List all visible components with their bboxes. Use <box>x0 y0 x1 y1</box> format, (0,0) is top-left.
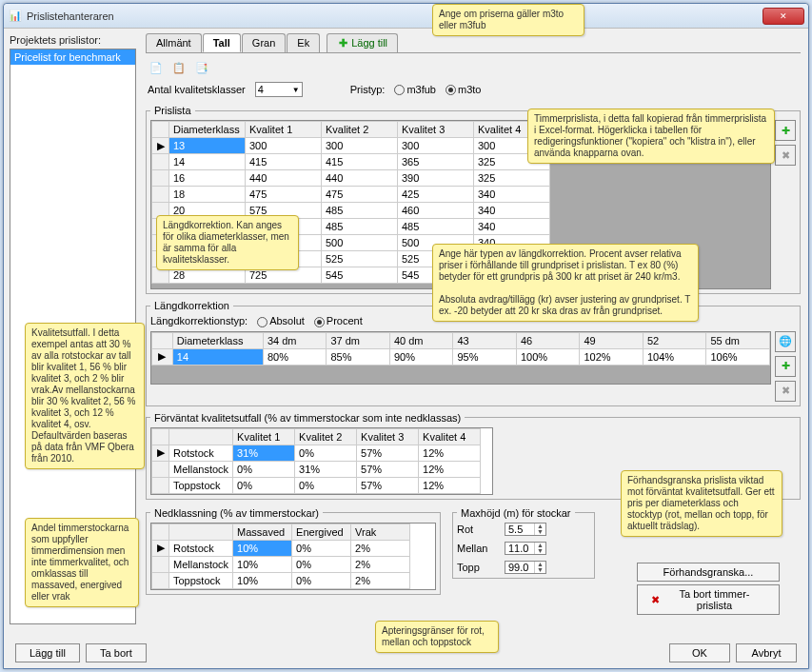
delete-pricelist-button[interactable]: Ta bort <box>86 643 147 662</box>
table-row[interactable]: ▶1480%85%90%95%100%102%104%106% <box>152 348 770 365</box>
list-icon[interactable]: 📑 <box>193 59 210 76</box>
table-row[interactable]: Toppstock10%0%2% <box>152 572 410 588</box>
pristyp-m3to-radio[interactable]: m3to <box>446 84 481 96</box>
rot-label: Rot <box>457 524 505 535</box>
note-langd: Längdkorrektion. Kan anges för olika dia… <box>156 215 299 270</box>
paste-icon[interactable]: 📋 <box>170 59 188 76</box>
table-row[interactable]: Mellanstock10%0%2% <box>152 556 410 572</box>
langd-legend: Längdkorrektion <box>150 300 233 311</box>
nedklass-legend: Nedklassning (% av timmerstockar) <box>150 507 323 519</box>
table-row[interactable]: Mellanstock0%31%57%12% <box>152 461 481 477</box>
langd-procent-radio[interactable]: Procent <box>314 315 363 327</box>
close-button[interactable]: ✕ <box>762 8 804 25</box>
quality-classes-label: Antal kvalitetsklasser <box>148 84 246 95</box>
tab-tall[interactable]: Tall <box>203 33 241 52</box>
nedklassning-group: Nedklassning (% av timmerstockar) Massav… <box>146 507 441 595</box>
note-prislista: Timmerprislista, i detta fall kopierad f… <box>527 109 775 164</box>
mellan-label: Mellan <box>457 543 505 554</box>
remove-pricelist-button[interactable]: ✖Ta bort timmer-prislista <box>637 584 780 615</box>
langd-add-button[interactable]: ✚ <box>775 356 796 377</box>
delete-row-button[interactable]: ✖ <box>775 145 796 166</box>
mellan-spinner[interactable]: 11.0▲▼ <box>505 542 546 555</box>
copy-icon[interactable]: 📄 <box>148 59 165 76</box>
prislista-legend: Prislista <box>150 105 195 116</box>
maxh-legend: Maxhöjd (m) för stockar <box>457 507 575 519</box>
note-kvalutfall: Kvalitetsutfall. I detta exempel antas a… <box>25 323 145 469</box>
window-title: Prislistehanteraren <box>27 10 762 22</box>
cancel-button[interactable]: Avbryt <box>736 643 797 662</box>
note-pristyp: Ange om priserna gäller m3to eller m3fub <box>432 4 584 36</box>
note-aptering: Apteringsgränser för rot, mellan och top… <box>375 621 499 653</box>
ok-button[interactable]: OK <box>669 643 730 662</box>
note-langdtyp: Ange här typen av längdkorrektion. Proce… <box>432 244 699 322</box>
langd-type-label: Längdkorrektionstyp: <box>150 315 248 326</box>
tab-add-species[interactable]: ✚Lägg till <box>327 33 398 52</box>
quality-classes-combo[interactable]: 4▼ <box>255 82 303 97</box>
app-icon: 📊 <box>8 9 23 24</box>
table-row[interactable]: ▶Rotstock10%0%2% <box>152 540 410 556</box>
project-pricelists-label: Projektets prislistor: <box>10 34 136 46</box>
topp-spinner[interactable]: 99.0▲▼ <box>505 561 546 574</box>
titlebar: 📊 Prislistehanteraren ✕ <box>4 4 808 29</box>
rot-spinner[interactable]: 5.5▲▼ <box>505 523 546 536</box>
table-row[interactable]: 16440440390325 <box>152 170 770 187</box>
langd-del-button[interactable]: ✖ <box>775 381 796 402</box>
langd-grid[interactable]: Diameterklass34 dm37 dm40 dm4346495255 d… <box>150 331 771 385</box>
table-row[interactable]: Toppstock0%0%57%12% <box>152 477 481 493</box>
kvalitetsutfall-grid[interactable]: Kvalitet 1Kvalitet 2Kvalitet 3Kvalitet 4… <box>150 427 493 495</box>
pristyp-m3fub-radio[interactable]: m3fub <box>394 84 436 96</box>
note-nedklass: Andel timmerstockarna som uppfyller timm… <box>25 518 139 607</box>
tab-gran[interactable]: Gran <box>242 33 286 52</box>
langd-tool-button[interactable]: 🌐 <box>775 331 796 352</box>
plus-icon: ✚ <box>337 37 348 49</box>
preview-button[interactable]: Förhandsgranska... <box>637 563 780 582</box>
add-pricelist-button[interactable]: Lägg till <box>15 643 80 662</box>
chevron-down-icon: ▼ <box>292 86 300 94</box>
maxhojd-group: Maxhöjd (m) för stockar Rot 5.5▲▼ Mellan… <box>452 507 595 579</box>
tab-ek[interactable]: Ek <box>287 33 320 52</box>
pristyp-label: Pristyp: <box>350 84 386 95</box>
delete-icon: ✖ <box>651 594 660 606</box>
table-row[interactable]: ▶Rotstock31%0%57%12% <box>152 445 481 461</box>
table-row[interactable]: 18475475425340 <box>152 187 770 203</box>
tab-allmant[interactable]: Allmänt <box>146 33 202 52</box>
topp-label: Topp <box>457 562 505 573</box>
add-row-button[interactable]: ✚ <box>775 120 796 141</box>
nedklassning-grid[interactable]: MassavedEnergivedVrak▶Rotstock10%0%2%Mel… <box>150 523 436 590</box>
note-preview: Förhandsgranska prislista viktad mot för… <box>621 470 782 537</box>
kvalutfall-legend: Förväntat kvalitetsutfall (% av timmerst… <box>150 412 465 424</box>
langd-absolut-radio[interactable]: Absolut <box>257 315 305 327</box>
pricelist-item[interactable]: Pricelist for benchmark <box>10 49 135 65</box>
